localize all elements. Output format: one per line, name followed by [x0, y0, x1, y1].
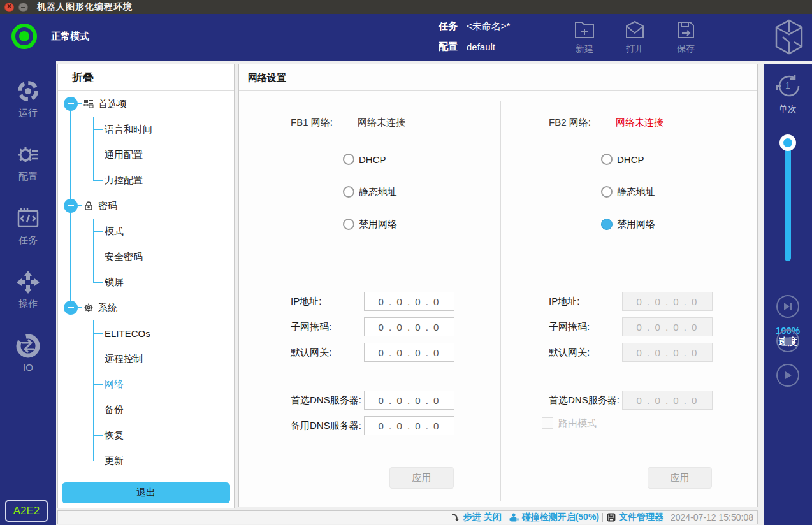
nav-item-task[interactable]: 任务	[0, 206, 56, 247]
fb1-netmask-input[interactable]	[364, 317, 454, 336]
step-mode-status[interactable]: 步进 关闭	[451, 512, 502, 523]
right-control-bar: 1 单次 100% 速度	[764, 64, 812, 525]
file-manager-icon	[606, 512, 616, 522]
fb2-apply-button[interactable]: 应用	[648, 467, 712, 489]
open-task-button[interactable]: 打开	[615, 18, 655, 55]
separator	[602, 513, 603, 522]
preferences-icon	[83, 99, 94, 109]
tree-item-language-time[interactable]: 语言和时间	[58, 117, 234, 142]
collision-detection-status[interactable]: 碰撞检测开启(50%)	[509, 512, 599, 523]
window-title: 机器人图形化编程环境	[37, 1, 133, 13]
status-bar: 步进 关闭 碰撞检测开启(50%) 文件管理器 2024-07-12 15:50…	[57, 510, 758, 524]
save-button-label: 保存	[666, 43, 706, 55]
fb1-dns2-input[interactable]	[364, 416, 454, 435]
play-button[interactable]	[776, 364, 799, 387]
save-task-button[interactable]: 保存	[666, 18, 706, 55]
single-cycle-icon: 1	[774, 71, 802, 99]
checkbox-icon[interactable]	[542, 417, 553, 429]
fb1-network-status: 网络未连接	[358, 117, 405, 129]
separator	[505, 513, 505, 522]
fb2-route-mode-option[interactable]: 路由模式	[542, 414, 597, 433]
move-arrows-icon	[15, 270, 41, 295]
fb1-radio-disable[interactable]: 禁用网络	[343, 219, 397, 230]
radio-icon[interactable]	[343, 186, 354, 198]
io-swap-icon	[15, 333, 41, 359]
fb1-dns1-input[interactable]	[364, 391, 454, 410]
config-value: default	[467, 41, 495, 52]
collapse-header[interactable]: 折叠	[58, 64, 234, 91]
tree-item-system[interactable]: 系统	[58, 295, 234, 320]
tree-group-preferences: 首选项 语言和时间 通用配置 力控配置	[58, 91, 234, 193]
close-icon[interactable]	[4, 3, 14, 12]
tree-item-remote-control[interactable]: 远程控制	[58, 346, 234, 371]
fb2-netmask-input	[622, 317, 713, 336]
nav-item-config[interactable]: 配置	[0, 142, 56, 183]
lock-icon	[83, 201, 94, 211]
fb1-apply-button[interactable]: 应用	[389, 467, 454, 489]
speed-slider-handle[interactable]	[779, 134, 796, 151]
fb1-gateway-input[interactable]	[364, 343, 454, 362]
fb2-dns1-label: 首选DNS服务器:	[549, 394, 620, 406]
tree-item-force-config[interactable]: 力控配置	[58, 168, 234, 193]
tree-item-restore[interactable]: 恢复	[58, 422, 234, 448]
file-manager-button[interactable]: 文件管理器	[606, 512, 663, 523]
nav-item-io[interactable]: IO	[0, 333, 56, 373]
fb2-ip-label: IP地址:	[549, 296, 579, 308]
nav-item-run[interactable]: 运行	[0, 78, 56, 119]
minimize-icon[interactable]	[18, 3, 28, 12]
fb1-gateway-label: 默认网关:	[291, 347, 331, 359]
titlebar: 机器人图形化编程环境	[0, 0, 812, 14]
fb1-ip-input[interactable]	[364, 292, 454, 311]
fb2-ip-input	[622, 292, 713, 311]
collapse-toggle-icon[interactable]	[64, 301, 78, 315]
step-forward-button[interactable]	[776, 295, 799, 318]
tree-group-system: 系统 ELITECOs 远程控制 网络 备份 恢复 更新	[58, 295, 234, 473]
tree-item-general-config[interactable]: 通用配置	[58, 142, 234, 168]
tree-item-safety-password[interactable]: 安全密码	[58, 244, 234, 270]
stop-button[interactable]	[776, 329, 799, 352]
radio-checked-icon[interactable]	[601, 219, 613, 230]
fb1-ip-label: IP地址:	[291, 296, 321, 308]
new-folder-icon	[572, 18, 597, 42]
brand-logo-icon	[771, 18, 808, 56]
tree-item-password[interactable]: 密码	[58, 193, 234, 219]
robot-name-badge[interactable]: A2E2	[5, 500, 48, 522]
nav-item-operate[interactable]: 操作	[0, 270, 56, 310]
radio-icon[interactable]	[601, 186, 613, 198]
exit-button[interactable]: 退出	[62, 482, 230, 503]
tree-item-update[interactable]: 更新	[58, 448, 234, 473]
collapse-toggle-icon[interactable]	[64, 97, 78, 111]
fb1-network-label: FB1 网络:	[291, 117, 358, 129]
new-task-button[interactable]: 新建	[565, 18, 604, 55]
fb2-dns1-input	[622, 391, 713, 410]
fb1-dns1-label: 首选DNS服务器:	[291, 394, 361, 406]
fb2-radio-static[interactable]: 静态地址	[601, 186, 655, 198]
tree-label-system: 系统	[98, 302, 117, 314]
tree-item-mode[interactable]: 模式	[58, 219, 234, 244]
collapse-toggle-icon[interactable]	[64, 199, 78, 213]
radio-icon[interactable]	[343, 154, 354, 165]
run-once-button[interactable]: 1 单次	[764, 71, 812, 115]
speed-slider[interactable]	[785, 140, 791, 261]
fb2-radio-dhcp[interactable]: DHCP	[601, 154, 644, 165]
fb1-radio-dhcp[interactable]: DHCP	[343, 154, 386, 165]
fb1-radio-static[interactable]: 静态地址	[343, 186, 397, 198]
config-label: 配置	[439, 41, 464, 53]
tree-item-lock-screen[interactable]: 锁屏	[58, 270, 234, 295]
header: 正常模式 任务 <未命名>* 配置 default 新建 打开 保存	[0, 14, 812, 61]
config-gear-icon	[15, 142, 41, 168]
separator	[667, 513, 667, 522]
radio-icon[interactable]	[601, 154, 613, 165]
stop-icon	[784, 337, 792, 345]
tree-item-elitecos[interactable]: ELITECOs	[58, 320, 234, 346]
tree-item-preferences[interactable]: 首选项	[58, 91, 234, 117]
nav-config-label: 配置	[0, 171, 56, 183]
tree-item-backup[interactable]: 备份	[58, 397, 234, 422]
task-config-block: 任务 <未命名>* 配置 default	[439, 20, 510, 61]
collision-robot-icon	[509, 512, 519, 523]
fb2-network-label: FB2 网络:	[549, 117, 616, 129]
mode-status-icon	[11, 24, 37, 49]
radio-icon[interactable]	[343, 219, 354, 230]
tree-item-network[interactable]: 网络	[58, 371, 234, 397]
fb2-radio-disable[interactable]: 禁用网络	[601, 219, 655, 230]
